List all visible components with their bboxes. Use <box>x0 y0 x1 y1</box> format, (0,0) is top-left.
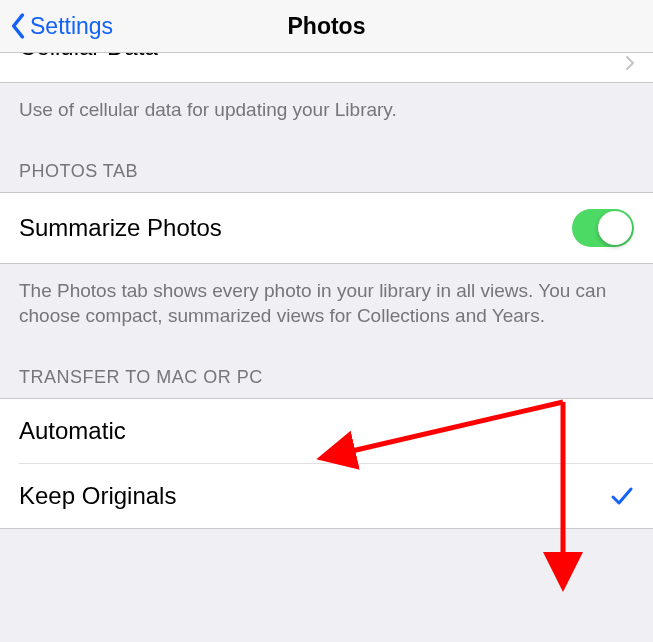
chevron-right-icon <box>625 53 635 77</box>
back-label: Settings <box>30 13 113 40</box>
summarize-photos-label: Summarize Photos <box>19 214 222 242</box>
navigation-bar: Settings Photos <box>0 0 653 53</box>
transfer-option-automatic[interactable]: Automatic <box>0 398 653 463</box>
cellular-data-row[interactable]: Cellular Data <box>0 53 653 83</box>
transfer-header: TRANSFER TO MAC OR PC <box>0 339 653 398</box>
transfer-option-label: Automatic <box>19 417 126 445</box>
cellular-data-label: Cellular Data <box>19 53 158 61</box>
summarize-photos-row[interactable]: Summarize Photos <box>0 192 653 264</box>
checkmark-icon <box>610 486 634 506</box>
transfer-option-label: Keep Originals <box>19 482 176 510</box>
summarize-photos-toggle[interactable] <box>572 209 634 247</box>
cellular-footer: Use of cellular data for updating your L… <box>0 83 653 133</box>
photos-tab-header: PHOTOS TAB <box>0 133 653 192</box>
transfer-option-keep-originals[interactable]: Keep Originals <box>19 463 653 528</box>
toggle-knob <box>598 211 632 245</box>
photos-tab-footer: The Photos tab shows every photo in your… <box>0 264 653 339</box>
back-button[interactable]: Settings <box>0 13 113 40</box>
transfer-options-group: Automatic Keep Originals <box>0 398 653 529</box>
page-title: Photos <box>288 13 366 40</box>
chevron-left-icon <box>10 13 26 39</box>
